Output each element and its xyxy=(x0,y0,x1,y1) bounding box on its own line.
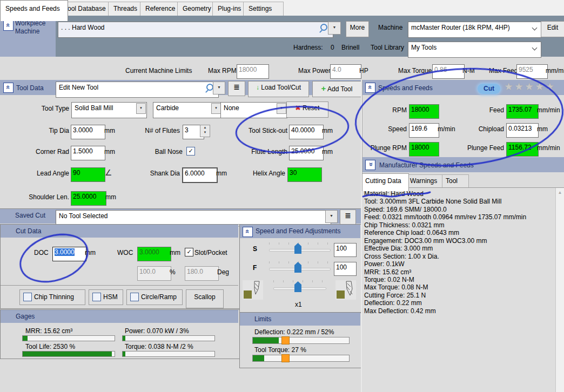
corner-rad-label: Corner Rad xyxy=(15,148,69,156)
cutting-data-line: MRR: 15.62 cm³ xyxy=(364,268,526,276)
limits-panel: Limits Deflection: 0.222 mm / 52% Tool T… xyxy=(239,312,362,368)
load-tool-cut-button[interactable]: ↓ Load Tool/Cut xyxy=(248,81,309,97)
machine-limits-title: Current Machine Limits xyxy=(125,67,192,75)
aggressiveness-slider-thumb[interactable] xyxy=(294,281,301,292)
ball-nose-checkbox[interactable]: ✓ xyxy=(186,147,195,156)
reset-button[interactable]: ✖ Reset xyxy=(286,102,328,118)
cutting-data-line: Engagement: DOC3.00 mm WOC3.00 mm xyxy=(364,237,526,245)
plunge-feed-field[interactable]: 1156.72 xyxy=(506,142,539,157)
collapse-tool-data-button[interactable]: « xyxy=(3,83,14,93)
doc-unit: mm xyxy=(85,249,96,256)
collapse-speeds-feeds-button[interactable]: « xyxy=(365,83,375,93)
flutes-spinner[interactable]: ▲ ▼ xyxy=(200,125,210,137)
tool-material-select[interactable]: Carbide ▼ xyxy=(153,102,222,118)
circle-ramp-checkbox[interactable] xyxy=(130,293,139,301)
machine-label: Machine xyxy=(378,24,402,31)
max-power-field[interactable]: 4.0 xyxy=(330,64,361,79)
tool-data-title: Tool Data xyxy=(16,84,44,92)
collapse-up-icon: « xyxy=(366,85,374,89)
tab-cutting-data[interactable]: Cutting Data xyxy=(362,173,409,191)
shoulder-len-unit: mm xyxy=(105,193,116,201)
saved-cut-dropdown-button[interactable]: ▼ xyxy=(325,210,338,223)
flute-length-field[interactable]: 25.0000 xyxy=(289,146,324,160)
tool-type-select[interactable]: Solid Ball Mill ▼ xyxy=(71,102,147,118)
aggressive-tool-icon[interactable] xyxy=(335,280,356,300)
chipload-field[interactable]: 0.03213 xyxy=(506,123,539,138)
tab-speeds-and-feeds[interactable]: Speeds and Feeds xyxy=(0,0,68,21)
star-icon[interactable]: ★ xyxy=(535,81,545,92)
cut-mode-badge[interactable]: Cut xyxy=(478,84,500,94)
lead-angle-label: Lead Angle xyxy=(15,170,69,177)
angle-deg-field[interactable]: 180.0 xyxy=(185,266,219,281)
stepover-pct-field[interactable]: 100.0 xyxy=(137,266,171,281)
star-icon[interactable]: ★ xyxy=(545,81,555,92)
tip-dia-field[interactable]: 3.0000 xyxy=(71,125,105,139)
shank-dia-field[interactable]: 6.0000 xyxy=(182,167,218,183)
tool-search-combo[interactable]: Edit New Tool xyxy=(56,82,219,98)
rpm-field[interactable]: 18000 xyxy=(409,104,439,119)
list-icon: ≣ xyxy=(233,83,240,91)
saved-cut-list-button[interactable]: ≣ xyxy=(340,209,356,225)
plunge-rpm-field[interactable]: 18000 xyxy=(409,142,439,157)
max-feed-field[interactable]: 9525 xyxy=(516,64,548,79)
speed-slider-thumb[interactable] xyxy=(294,243,301,254)
spinner-down-icon[interactable]: ▼ xyxy=(200,130,210,135)
collapse-workpiece-button[interactable]: « xyxy=(3,21,14,31)
spinner-up-icon[interactable]: ▲ xyxy=(200,125,210,130)
stickout-unit: mm xyxy=(322,127,333,134)
cutting-data-line: Effective Dia: 3.000 mm xyxy=(364,245,526,252)
circle-ramp-toggle[interactable]: Circle/Ramp xyxy=(126,289,183,305)
more-button[interactable]: More xyxy=(346,21,369,37)
hsm-checkbox[interactable] xyxy=(92,293,101,301)
conservative-tool-icon[interactable] xyxy=(243,280,263,300)
chip-thinning-checkbox[interactable] xyxy=(23,293,32,301)
helix-angle-field[interactable]: 30 xyxy=(287,167,322,182)
slot-pocket-label: Slot/Pocket xyxy=(194,249,227,256)
tool-library-label: Tool Library xyxy=(371,44,404,51)
corner-rad-field[interactable]: 1.5000 xyxy=(71,146,105,160)
max-rpm-label: Max RPM xyxy=(208,67,237,75)
star-icon[interactable]: ★ xyxy=(504,81,514,92)
collapse-adjustments-button[interactable]: « xyxy=(243,227,253,237)
tool-coating-select[interactable]: None ▼ xyxy=(220,102,287,118)
feed-slider-thumb[interactable] xyxy=(294,262,301,273)
material-dropdown-button[interactable]: ▼ xyxy=(328,22,341,35)
add-tool-button[interactable]: + Add Tool xyxy=(312,81,361,97)
stickout-field[interactable]: 40.0000 xyxy=(289,125,324,139)
doc-field[interactable]: 3.0000 xyxy=(52,247,86,261)
multiplier-label: x1 xyxy=(295,301,302,308)
slot-pocket-checkbox[interactable]: ✓ xyxy=(185,248,193,256)
lead-angle-field[interactable]: 90 xyxy=(71,167,105,182)
edit-machine-button[interactable]: Edit xyxy=(541,21,564,37)
tool-library-select[interactable]: My Tools xyxy=(408,42,541,58)
star-icon[interactable]: ★ xyxy=(514,81,525,92)
tool-torque-limit-marker[interactable] xyxy=(281,354,290,362)
woc-field[interactable]: 3.0000 xyxy=(137,247,171,261)
machine-select[interactable]: mcMaster Router (18k RPM, 4HP) xyxy=(408,22,541,38)
saved-cut-label: Saved Cut xyxy=(15,212,45,219)
star-icon[interactable]: ★ xyxy=(525,81,535,92)
collapse-manufacturer-button[interactable]: « xyxy=(365,160,375,170)
scallop-button[interactable]: Scallop xyxy=(186,289,224,308)
text-scrollbar[interactable]: ▲ xyxy=(555,188,564,392)
deflection-limit-marker[interactable] xyxy=(281,336,290,344)
scroll-up-icon[interactable]: ▲ xyxy=(556,188,564,195)
feed-adjust-field[interactable]: 100 xyxy=(334,262,357,276)
search-icon[interactable] xyxy=(320,24,327,31)
hsm-toggle[interactable]: HSM xyxy=(89,289,123,305)
max-rpm-field[interactable]: 18000 xyxy=(237,64,269,79)
tool-search-dropdown-button[interactable]: ▼ xyxy=(213,82,225,94)
chevron-down-icon xyxy=(532,25,538,31)
speed-slider-label: S xyxy=(253,245,257,253)
max-torque-field[interactable]: 0.86 xyxy=(432,64,465,79)
speed-field[interactable]: 169.6 xyxy=(409,123,439,138)
tool-coating-value: None xyxy=(224,104,239,112)
speeds-feeds-app: Speeds and Feeds Tool Database Threads R… xyxy=(0,0,564,392)
hardness-value: 0 xyxy=(331,44,334,51)
feed-field[interactable]: 1735.07 xyxy=(506,104,539,119)
speed-adjust-field[interactable]: 100 xyxy=(334,243,357,257)
material-search-combo[interactable]: . . . Hard Wood xyxy=(58,22,333,38)
tool-list-button[interactable]: ≣ xyxy=(228,81,245,96)
shoulder-len-field[interactable]: 25.0000 xyxy=(71,191,106,206)
chip-thinning-toggle[interactable]: Chip Thinning xyxy=(19,289,85,305)
